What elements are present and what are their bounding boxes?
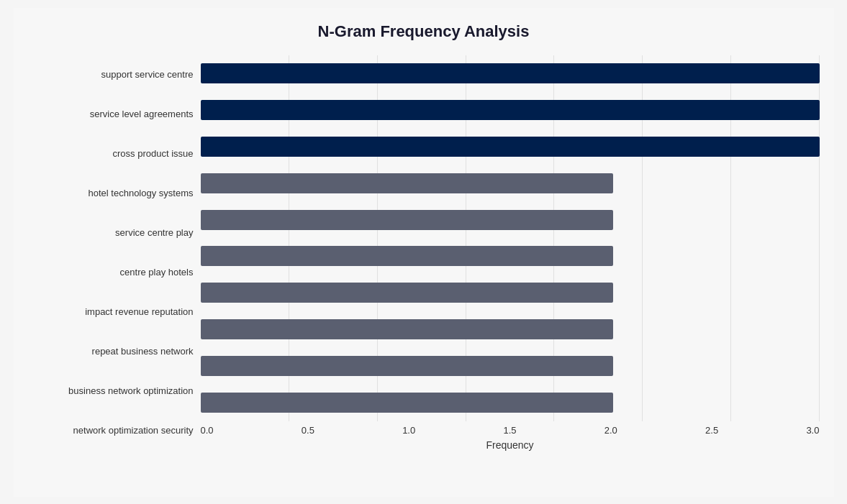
- bar: [201, 283, 613, 303]
- x-tick: 2.0: [604, 425, 617, 436]
- chart-title: N-Gram Frequency Analysis: [28, 22, 820, 41]
- bar: [201, 319, 613, 339]
- bar-row: [201, 207, 820, 233]
- bar: [201, 356, 613, 376]
- y-label: cross product issue: [113, 148, 194, 160]
- y-label: service level agreements: [90, 109, 194, 120]
- y-label: support service centre: [101, 69, 194, 81]
- bar-row: [201, 353, 820, 379]
- bar: [201, 173, 613, 193]
- x-tick: 1.0: [402, 425, 415, 436]
- bar-row: [201, 134, 820, 160]
- bar: [201, 137, 820, 157]
- x-axis-wrapper: 0.00.51.01.52.02.53.0 Frequency: [201, 421, 820, 451]
- bars-section: [201, 55, 820, 421]
- y-label: repeat business network: [92, 346, 194, 357]
- bar-row: [201, 280, 820, 306]
- y-label: network optimization security: [73, 425, 194, 436]
- x-axis-label: Frequency: [201, 439, 820, 451]
- bar: [201, 210, 613, 230]
- bar-row: [201, 60, 820, 86]
- bars-and-xaxis: 0.00.51.01.52.02.53.0 Frequency: [201, 55, 820, 451]
- bar: [201, 63, 820, 83]
- y-label: impact revenue reputation: [85, 306, 193, 318]
- bar-row: [201, 390, 820, 416]
- bar-row: [201, 97, 820, 123]
- bar-row: [201, 316, 820, 342]
- bar: [201, 393, 613, 413]
- x-tick: 0.5: [302, 425, 314, 436]
- y-label: service centre play: [115, 227, 193, 239]
- x-tick: 2.5: [705, 425, 718, 436]
- y-label: business network optimization: [68, 385, 193, 397]
- chart-area: support service centreservice level agre…: [28, 55, 820, 451]
- y-labels: support service centreservice level agre…: [28, 55, 201, 451]
- bar-row: [201, 170, 820, 196]
- bar: [201, 100, 820, 120]
- x-tick: 1.5: [503, 425, 516, 436]
- x-ticks: 0.00.51.01.52.02.53.0: [201, 421, 820, 436]
- bar-row: [201, 243, 820, 269]
- x-tick: 3.0: [806, 425, 819, 436]
- y-label: centre play hotels: [120, 267, 194, 278]
- chart-container: N-Gram Frequency Analysis support servic…: [14, 8, 834, 497]
- y-label: hotel technology systems: [89, 188, 194, 199]
- bar: [201, 246, 613, 266]
- x-tick: 0.0: [201, 425, 214, 436]
